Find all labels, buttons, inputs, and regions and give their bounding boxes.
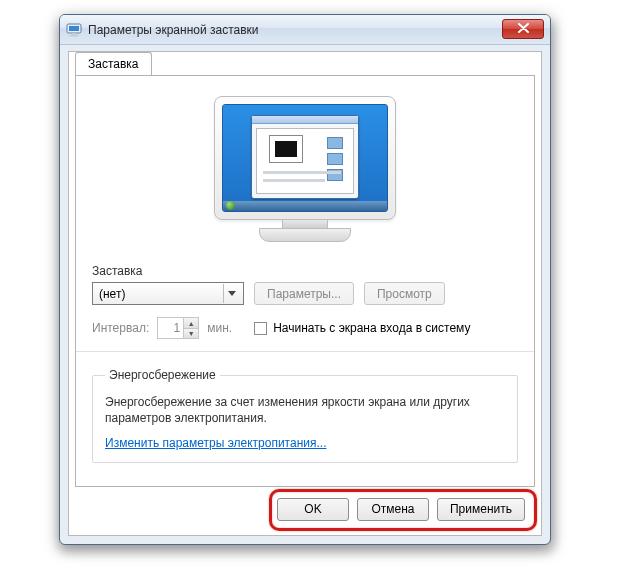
interval-unit: мин. — [207, 321, 232, 335]
tab-body: Заставка (нет) Параметры... Просмотр — [75, 75, 535, 487]
preview-area — [92, 96, 518, 246]
client-area: Заставка — [68, 51, 542, 536]
spinner-up: ▲ — [184, 318, 198, 328]
chevron-down-icon — [223, 284, 239, 303]
button-bar: OK Отмена Применить — [75, 491, 535, 527]
apply-button-label: Применить — [450, 502, 512, 516]
ok-button[interactable]: OK — [277, 498, 349, 521]
ok-button-label: OK — [304, 502, 321, 516]
resume-checkbox[interactable] — [254, 322, 267, 335]
energy-text: Энергосбережение за счет изменения яркос… — [105, 394, 505, 426]
window-title: Параметры экранной заставки — [88, 23, 259, 37]
mini-monitor-thumb — [269, 135, 303, 163]
svg-rect-3 — [70, 35, 79, 37]
cancel-button-label: Отмена — [371, 502, 414, 516]
mini-monitor-thumb-inner — [275, 141, 297, 157]
monitor-base — [259, 228, 351, 242]
mini-placeholder-line — [263, 171, 341, 174]
spinner-buttons: ▲ ▼ — [183, 318, 198, 338]
close-button[interactable] — [502, 19, 544, 39]
settings-button: Параметры... — [254, 282, 354, 305]
apply-button[interactable]: Применить — [437, 498, 525, 521]
preview-button-label: Просмотр — [377, 287, 432, 301]
dialog-window: Параметры экранной заставки Заставка — [59, 14, 551, 545]
separator — [76, 351, 534, 352]
interval-spinner: ▲ ▼ — [157, 317, 199, 339]
screensaver-icon — [66, 22, 82, 38]
mini-window-body — [256, 128, 354, 194]
screensaver-select-row: (нет) Параметры... Просмотр — [92, 282, 518, 305]
monitor-screen — [222, 104, 388, 212]
screensaver-selected: (нет) — [99, 287, 125, 301]
mini-taskbar — [223, 201, 387, 211]
screensaver-combobox[interactable]: (нет) — [92, 282, 244, 305]
monitor-stand — [282, 220, 328, 228]
monitor-bezel — [214, 96, 396, 220]
mini-ico — [327, 153, 343, 165]
power-settings-link[interactable]: Изменить параметры электропитания... — [105, 436, 326, 450]
tabstrip: Заставка — [75, 51, 152, 76]
resume-checkbox-wrap[interactable]: Начинать с экрана входа в систему — [254, 321, 470, 335]
monitor-illustration — [214, 96, 396, 246]
interval-label: Интервал: — [92, 321, 149, 335]
interval-row: Интервал: ▲ ▼ мин. Начинать с экрана вхо… — [92, 317, 518, 339]
cancel-button[interactable]: Отмена — [357, 498, 429, 521]
screensaver-group-label: Заставка — [92, 264, 518, 278]
energy-legend: Энергосбережение — [105, 368, 220, 382]
mini-side-icons — [327, 137, 349, 185]
mini-ico — [327, 137, 343, 149]
interval-input — [158, 320, 182, 336]
preview-button: Просмотр — [364, 282, 445, 305]
energy-group: Энергосбережение Энергосбережение за сче… — [92, 368, 518, 463]
tab-screensaver[interactable]: Заставка — [75, 52, 152, 77]
resume-checkbox-label: Начинать с экрана входа в систему — [273, 321, 470, 335]
settings-button-label: Параметры... — [267, 287, 341, 301]
mini-window — [251, 115, 359, 199]
tab-label: Заставка — [88, 57, 139, 71]
mini-placeholder-line — [263, 179, 325, 182]
mini-window-titlebar — [252, 116, 358, 124]
start-orb-icon — [226, 201, 235, 210]
close-icon — [518, 23, 529, 35]
page-root: Параметры экранной заставки Заставка — [0, 0, 625, 582]
spinner-down: ▼ — [184, 328, 198, 338]
titlebar[interactable]: Параметры экранной заставки — [60, 15, 550, 45]
svg-rect-1 — [69, 26, 79, 31]
svg-rect-2 — [72, 33, 77, 35]
